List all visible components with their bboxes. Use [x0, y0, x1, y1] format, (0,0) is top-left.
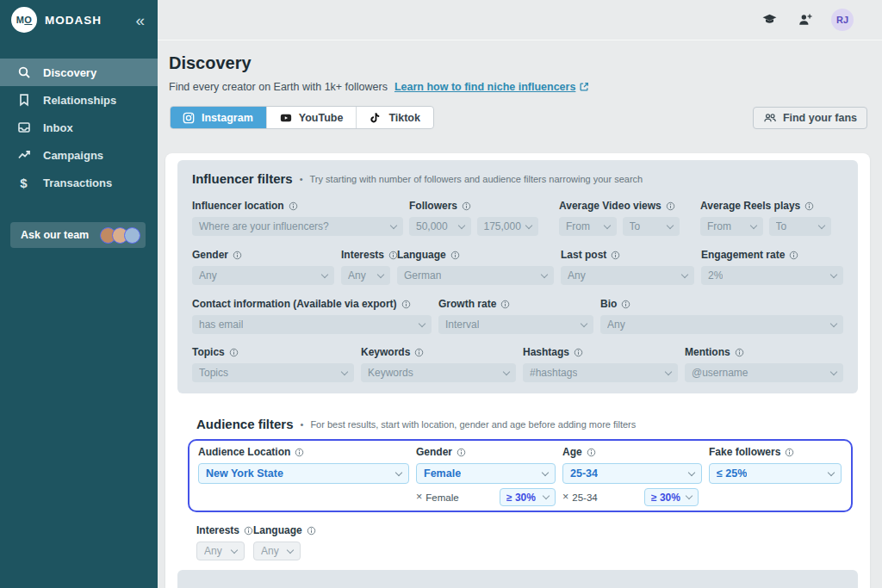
tab-youtube[interactable]: YouTube	[266, 107, 357, 128]
gender-filter-chip: × Female	[416, 492, 459, 503]
engagement-rate-select[interactable]: 2%	[701, 266, 843, 285]
learn-niche-influencers-link[interactable]: Learn how to find niche influencers	[394, 81, 589, 93]
tab-instagram[interactable]: Instagram	[170, 106, 266, 129]
chevron-down-icon	[665, 368, 672, 374]
sidebar-menu: Discovery Relationships Inbox Campaigns …	[0, 59, 158, 196]
avg-video-from-select[interactable]: From	[559, 217, 617, 236]
info-icon[interactable]	[289, 201, 298, 211]
influencer-filters-title: Influencer filters	[192, 171, 293, 186]
sidebar-item-campaigns[interactable]: Campaigns	[0, 141, 158, 169]
sidebar-item-relationships[interactable]: Relationships	[0, 86, 158, 114]
gender-weight-select[interactable]: ≥ 30%	[500, 488, 556, 506]
info-icon[interactable]	[414, 348, 424, 357]
info-icon[interactable]	[611, 251, 620, 260]
sidebar-item-transactions[interactable]: $ Transactions	[0, 169, 158, 196]
avg-video-to-select[interactable]: To	[623, 217, 680, 236]
search-icon	[16, 65, 31, 80]
chevron-down-icon	[395, 468, 402, 475]
user-avatar[interactable]: RJ	[831, 9, 854, 31]
influencer-location-select[interactable]: Where are your influencers?	[192, 217, 403, 236]
remove-icon[interactable]: ×	[416, 492, 422, 503]
info-icon[interactable]	[457, 448, 466, 457]
ask-our-team-button[interactable]: Ask our team	[10, 222, 146, 248]
info-icon[interactable]	[401, 300, 411, 309]
followers-from-select[interactable]: 50,000	[409, 217, 471, 236]
mentions-select[interactable]: @username	[685, 363, 843, 382]
language-select[interactable]: German	[397, 266, 554, 285]
age-weight-select[interactable]: ≥ 30%	[644, 488, 699, 506]
chevron-down-icon	[457, 221, 464, 228]
contact-info-select[interactable]: has email	[192, 315, 432, 334]
collapse-sidebar-icon[interactable]: «	[133, 12, 147, 28]
avg-reels-from-select[interactable]: From	[700, 217, 763, 236]
topics-select[interactable]: Topics	[192, 363, 354, 382]
info-icon[interactable]	[735, 348, 744, 357]
info-icon[interactable]	[621, 300, 630, 309]
chevron-down-icon	[688, 468, 695, 475]
info-icon[interactable]	[462, 201, 471, 211]
chevron-down-icon	[541, 270, 548, 277]
team-avatar	[124, 227, 140, 244]
chevron-down-icon	[287, 546, 294, 553]
remove-icon[interactable]: ×	[562, 492, 568, 503]
info-icon[interactable]	[804, 201, 814, 211]
tiktok-icon	[370, 112, 382, 124]
info-icon[interactable]	[450, 251, 460, 260]
youtube-icon	[280, 112, 292, 124]
info-icon[interactable]	[307, 526, 316, 535]
chevron-down-icon	[681, 270, 688, 277]
gender-select[interactable]: Any	[192, 266, 334, 285]
chevron-down-icon	[603, 221, 610, 228]
find-your-fans-button[interactable]: Find your fans	[753, 107, 867, 129]
inbox-icon	[16, 121, 31, 135]
chevron-down-icon	[390, 221, 397, 228]
audience-interests-select[interactable]: Any	[196, 542, 245, 560]
brand-name: MODASH	[45, 14, 133, 27]
platform-tabs: Instagram YouTube Tiktok	[170, 106, 434, 129]
tab-tiktok[interactable]: Tiktok	[356, 107, 433, 128]
last-post-select[interactable]: Any	[561, 266, 694, 285]
chevron-down-icon	[321, 270, 328, 277]
chevron-down-icon	[667, 221, 674, 228]
info-icon[interactable]	[789, 251, 798, 260]
info-icon[interactable]	[295, 448, 304, 457]
chevron-down-icon	[543, 492, 550, 499]
sidebar: MO MODASH « Discovery Relationships Inbo…	[0, 0, 158, 588]
growth-rate-select[interactable]: Interval	[438, 315, 593, 334]
invite-user-icon[interactable]	[796, 11, 813, 28]
audience-filters-hint: For best results, start with location, g…	[310, 419, 636, 430]
keywords-select[interactable]: Keywords	[361, 363, 516, 382]
info-icon[interactable]	[785, 448, 794, 457]
info-icon[interactable]	[587, 448, 596, 457]
sidebar-item-inbox[interactable]: Inbox	[0, 114, 158, 141]
audience-gender-select[interactable]: Female	[416, 463, 556, 484]
interests-select[interactable]: Any	[341, 266, 390, 285]
audience-location-select[interactable]: New York State	[198, 463, 409, 484]
followers-to-select[interactable]: 175,000	[477, 217, 539, 236]
info-icon[interactable]	[229, 348, 239, 357]
audience-secondary-filters: Interests Any Language Any	[196, 524, 870, 560]
fans-icon	[763, 111, 777, 125]
sidebar-item-discovery[interactable]: Discovery	[0, 59, 158, 86]
hashtags-select[interactable]: #hashtags	[523, 363, 678, 382]
external-link-icon	[579, 82, 589, 92]
info-icon[interactable]	[666, 201, 675, 211]
info-icon[interactable]	[244, 526, 253, 535]
influencer-filters-hint: Try starting with number of followers an…	[310, 174, 643, 184]
info-icon[interactable]	[574, 348, 583, 357]
influencer-filters-panel: Influencer filters • Try starting with n…	[177, 160, 858, 393]
avg-reels-to-select[interactable]: To	[769, 217, 832, 236]
info-icon[interactable]	[233, 251, 242, 260]
chevron-down-icon	[581, 319, 587, 326]
chevron-down-icon	[542, 468, 549, 475]
audience-age-select[interactable]: 25-34	[562, 463, 702, 484]
chevron-down-icon	[341, 368, 348, 374]
next-filters-panel	[177, 570, 858, 588]
info-icon[interactable]	[500, 300, 510, 309]
filters-card: Influencer filters • Try starting with n…	[165, 153, 870, 588]
chevron-down-icon	[830, 368, 837, 374]
academy-icon[interactable]	[761, 11, 778, 28]
fake-followers-select[interactable]: ≤ 25%	[709, 463, 842, 484]
bio-select[interactable]: Any	[600, 315, 843, 334]
audience-language-select[interactable]: Any	[253, 542, 301, 560]
